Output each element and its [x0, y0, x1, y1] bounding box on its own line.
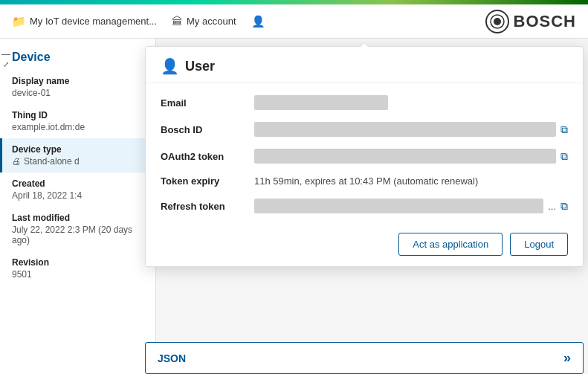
- bosch-id-masked: [254, 122, 556, 137]
- popup-title: User: [185, 59, 215, 74]
- sidebar-last-modified: Last modified July 22, 2022 2:3 PM (20 d…: [0, 207, 155, 251]
- bosch-id-row: Bosch ID ⧉: [161, 116, 568, 143]
- svg-point-1: [494, 18, 501, 25]
- oauth-token-value: ⧉: [254, 149, 568, 164]
- oauth-token-copy-icon[interactable]: ⧉: [560, 150, 568, 163]
- token-expiry-label: Token expiry: [161, 175, 242, 187]
- nav-user-profile[interactable]: 👤: [251, 15, 265, 28]
- sidebar-title: Device: [12, 51, 51, 64]
- sidebar-created: Created April 18, 2022 1:4: [0, 173, 155, 207]
- bosch-id-value: ⧉: [254, 122, 568, 137]
- oauth-token-row: OAuth2 token ⧉: [161, 143, 568, 170]
- act-as-application-button[interactable]: Act as application: [398, 233, 503, 256]
- popup-body: Email Bosch ID ⧉ OAuth2 token ⧉: [146, 83, 583, 225]
- logout-button[interactable]: Logout: [510, 233, 568, 256]
- email-label: Email: [161, 97, 242, 109]
- refresh-token-label: Refresh token: [161, 201, 242, 212]
- bosch-id-copy-icon[interactable]: ⧉: [560, 123, 568, 136]
- token-expiry-value: 11h 59min, expires at 10:43 PM (automati…: [254, 175, 568, 187]
- refresh-token-row: Refresh token ... ⧉: [161, 193, 568, 219]
- json-label: JSON: [158, 352, 186, 364]
- email-row: Email: [161, 89, 568, 116]
- bosch-logo: BOSCH: [485, 10, 576, 33]
- popup-footer: Act as application Logout: [146, 225, 583, 266]
- refresh-token-masked: [254, 199, 543, 213]
- nav-my-account[interactable]: 🏛 My account: [172, 15, 236, 28]
- token-expiry-row: Token expiry 11h 59min, expires at 10:43…: [161, 170, 568, 193]
- sidebar-revision: Revision 9501: [0, 251, 155, 286]
- sidebar-toggle[interactable]: — ⤢: [1, 49, 10, 68]
- json-expand-icon[interactable]: »: [563, 350, 571, 366]
- nav-iot-management[interactable]: 📁 My IoT device management...: [12, 15, 157, 28]
- sidebar-device-type: Device type 🖨 Stand-alone d: [0, 138, 155, 173]
- bosch-brand-name: BOSCH: [514, 12, 576, 31]
- refresh-token-value: ... ⧉: [254, 199, 568, 213]
- user-icon: 👤: [251, 15, 265, 28]
- bosch-id-label: Bosch ID: [161, 124, 242, 135]
- oauth-token-label: OAuth2 token: [161, 151, 242, 162]
- email-value: [254, 95, 568, 110]
- folder-icon: 📁: [12, 15, 26, 28]
- sidebar-display-name: Display name device-01: [0, 70, 155, 104]
- refresh-token-copy-icon[interactable]: ⧉: [560, 200, 568, 213]
- sidebar-thing-id: Thing ID example.iot.dm:de: [0, 104, 155, 138]
- header-nav: 📁 My IoT device management... 🏛 My accou…: [12, 15, 485, 28]
- building-icon: 🏛: [172, 15, 183, 28]
- sidebar: Device Display name device-01 Thing ID e…: [0, 39, 156, 374]
- header: 📁 My IoT device management... 🏛 My accou…: [0, 4, 588, 39]
- main-content: — ⤢ Device Display name device-01 Thing …: [0, 39, 588, 374]
- popup-user-icon: 👤: [161, 57, 179, 75]
- popup-header: 👤 User: [146, 47, 583, 83]
- sidebar-header: Device: [0, 48, 155, 70]
- refresh-token-ellipsis: ...: [548, 201, 556, 212]
- bosch-circle-logo: [485, 10, 509, 33]
- user-popup: 👤 User Email Bosch ID ⧉ OAuth2: [145, 46, 584, 267]
- token-expiry-text: 11h 59min, expires at 10:43 PM (automati…: [254, 175, 478, 187]
- json-section[interactable]: JSON »: [145, 342, 584, 374]
- oauth-token-masked: [254, 149, 556, 164]
- device-type-icon: 🖨: [12, 156, 21, 167]
- email-masked: [254, 95, 388, 110]
